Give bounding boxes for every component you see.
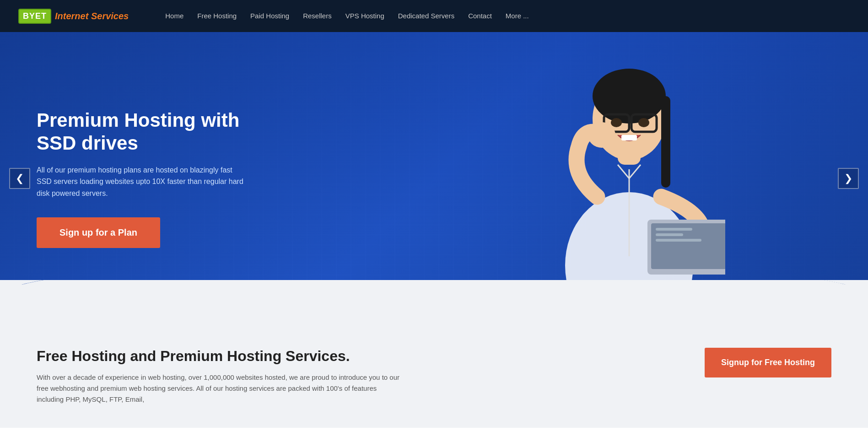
svg-rect-16 — [656, 239, 701, 242]
person-svg — [533, 37, 725, 307]
lower-description: With over a decade of experience in web … — [37, 372, 403, 405]
hero-cta-button[interactable]: Sign up for a Plan — [37, 217, 160, 248]
nav-link-vps-hosting[interactable]: VPS Hosting — [345, 12, 384, 20]
nav-item-contact: Contact — [468, 12, 492, 20]
nav-item-free-hosting: Free Hosting — [197, 12, 237, 20]
carousel-prev-button[interactable]: ❮ — [9, 168, 30, 189]
lower-cta-block: Signup for Free Hosting — [705, 348, 831, 377]
svg-rect-10 — [621, 135, 637, 140]
hero-section: Premium Hosting with SSD drives All of o… — [0, 32, 868, 325]
svg-rect-15 — [656, 233, 683, 236]
logo-badge: BYET — [18, 9, 51, 24]
carousel-next-button[interactable]: ❯ — [838, 168, 859, 189]
nav-item-vps-hosting: VPS Hosting — [345, 12, 384, 20]
nav-links: HomeFree HostingPaid HostingResellersVPS… — [165, 12, 529, 20]
hero-description: All of our premium hosting plans are hos… — [37, 164, 247, 199]
nav-link-more[interactable]: More ... — [506, 12, 529, 20]
svg-rect-14 — [656, 228, 692, 231]
cloud-shape — [0, 285, 868, 325]
nav-link-resellers[interactable]: Resellers — [303, 12, 332, 20]
nav-item-home: Home — [165, 12, 183, 20]
nav-item-more: More ... — [506, 12, 529, 20]
logo[interactable]: BYET Internet Services — [18, 9, 129, 24]
nav-item-resellers: Resellers — [303, 12, 332, 20]
nav-link-contact[interactable]: Contact — [468, 12, 492, 20]
svg-point-8 — [611, 118, 622, 127]
svg-rect-4 — [661, 96, 670, 188]
lower-cta-button[interactable]: Signup for Free Hosting — [705, 348, 831, 377]
logo-text: Internet Services — [55, 11, 129, 22]
nav-link-home[interactable]: Home — [165, 12, 183, 20]
lower-section: Free Hosting and Premium Hosting Service… — [0, 325, 868, 428]
nav-item-paid-hosting: Paid Hosting — [250, 12, 289, 20]
nav-link-free-hosting[interactable]: Free Hosting — [197, 12, 237, 20]
svg-point-9 — [638, 118, 649, 127]
hero-clouds — [0, 280, 868, 325]
nav-link-dedicated-servers[interactable]: Dedicated Servers — [398, 12, 454, 20]
hero-content: Premium Hosting with SSD drives All of o… — [0, 109, 284, 248]
lower-text-block: Free Hosting and Premium Hosting Service… — [37, 348, 403, 405]
lower-title: Free Hosting and Premium Hosting Service… — [37, 348, 403, 365]
svg-point-11 — [588, 122, 615, 148]
nav-link-paid-hosting[interactable]: Paid Hosting — [250, 12, 289, 20]
navbar: BYET Internet Services HomeFree HostingP… — [0, 0, 868, 32]
left-arrow-icon: ❮ — [16, 172, 24, 184]
nav-item-dedicated-servers: Dedicated Servers — [398, 12, 454, 20]
right-arrow-icon: ❯ — [844, 172, 852, 184]
hero-title: Premium Hosting with SSD drives — [37, 109, 247, 155]
